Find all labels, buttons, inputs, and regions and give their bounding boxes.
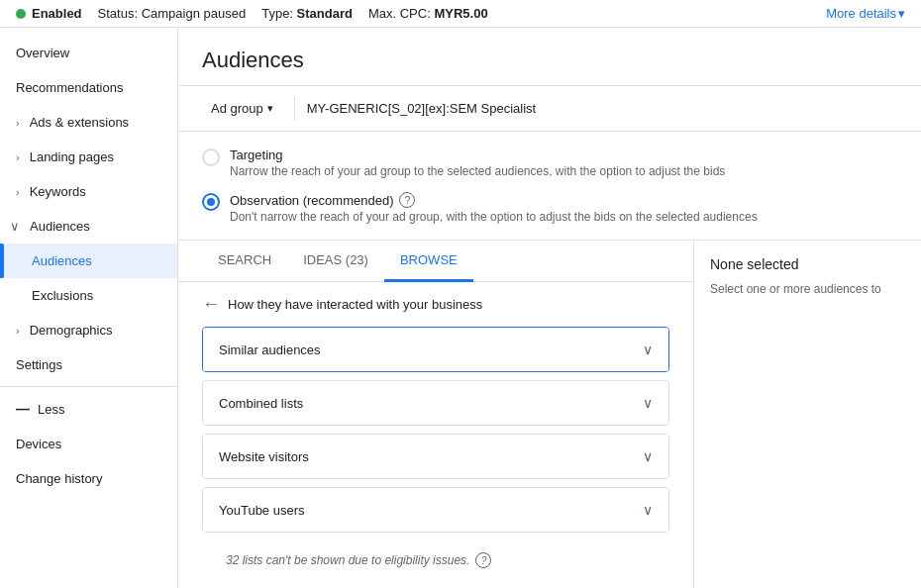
sidebar-item-less[interactable]: — Less [0, 391, 177, 427]
content-area: Audiences Ad group ▾ MY-GENERIC[S_02][ex… [178, 28, 921, 588]
campaign-type: Type: Standard [261, 6, 353, 21]
page-title: Audiences [202, 48, 897, 73]
help-icon[interactable]: ? [399, 192, 415, 208]
chevron-icon: ∨ [643, 502, 653, 518]
observation-radio[interactable] [202, 193, 220, 211]
accordion-website-label: Website visitors [219, 449, 309, 464]
accordion-youtube-label: YouTube users [219, 503, 305, 518]
sidebar-item-demographics[interactable]: › Demographics [0, 313, 177, 347]
accordion-similar: Similar audiences ∨ [202, 327, 669, 372]
accordion-website-header[interactable]: Website visitors ∨ [203, 435, 668, 478]
browse-right: None selected Select one or more audienc… [694, 241, 921, 588]
accordion-combined-label: Combined lists [219, 396, 303, 411]
adgroup-selector[interactable]: Ad group ▾ [202, 96, 282, 121]
sidebar-item-ads-extensions[interactable]: › Ads & extensions [0, 105, 177, 140]
targeting-label: Targeting [230, 147, 725, 162]
accordion-youtube-header[interactable]: YouTube users ∨ [203, 488, 668, 532]
status-dot-icon [16, 9, 26, 19]
campaign-status: Status: Campaign paused [98, 6, 247, 21]
chevron-icon: ∨ [643, 395, 653, 411]
accordion-similar-label: Similar audiences [219, 343, 321, 357]
adgroup-divider [294, 97, 295, 121]
targeting-options: Targeting Narrow the reach of your ad gr… [178, 132, 921, 241]
main-layout: Overview Recommendations › Ads & extensi… [0, 28, 921, 588]
active-indicator [0, 244, 4, 278]
none-selected-title: None selected [710, 256, 905, 272]
targeting-desc: Narrow the reach of your ad group to the… [230, 164, 725, 178]
sidebar-item-overview[interactable]: Overview [0, 36, 177, 70]
expand-icon: › [16, 186, 20, 198]
max-cpc: Max. CPC: MYR5.00 [368, 6, 488, 21]
chevron-icon: ∨ [643, 448, 653, 464]
tab-browse[interactable]: BROWSE [384, 241, 473, 282]
sidebar-divider [0, 386, 177, 387]
observation-label: Observation (recommended) ? [230, 192, 758, 208]
sidebar-item-change-history[interactable]: Change history [0, 461, 177, 496]
tab-search[interactable]: SEARCH [202, 241, 287, 282]
tabs: SEARCH IDEAS (23) BROWSE [178, 241, 693, 282]
enabled-status: Enabled [16, 6, 82, 21]
observation-text: Observation (recommended) ? Don't narrow… [230, 192, 758, 224]
sidebar-item-recommendations[interactable]: Recommendations [0, 70, 177, 105]
chevron-down-icon: ▾ [267, 102, 273, 115]
browse-left: SEARCH IDEAS (23) BROWSE ← How they have… [178, 241, 694, 588]
targeting-option: Targeting Narrow the reach of your ad gr… [202, 147, 897, 178]
observation-desc: Don't narrow the reach of your ad group,… [230, 210, 758, 224]
accordion-website: Website visitors ∨ [202, 434, 669, 479]
sidebar-item-exclusions[interactable]: Exclusions [0, 278, 177, 313]
status-bar: Enabled Status: Campaign paused Type: St… [0, 0, 921, 28]
expand-icon: ∨ [10, 219, 20, 234]
none-selected-desc: Select one or more audiences to [710, 280, 905, 298]
chevron-down-icon: ▾ [898, 6, 905, 21]
sidebar-item-devices[interactable]: Devices [0, 427, 177, 461]
accordion-similar-header[interactable]: Similar audiences ∨ [203, 328, 668, 371]
back-nav: ← How they have interacted with your bus… [202, 294, 669, 315]
sidebar-item-landing-pages[interactable]: › Landing pages [0, 140, 177, 174]
back-nav-text: How they have interacted with your busin… [228, 297, 482, 312]
expand-icon: › [16, 151, 20, 163]
observation-option: Observation (recommended) ? Don't narrow… [202, 192, 897, 224]
browse-panel: SEARCH IDEAS (23) BROWSE ← How they have… [178, 241, 921, 588]
minus-icon: — [16, 401, 30, 417]
adgroup-name: MY-GENERIC[S_02][ex]:SEM Specialist [307, 101, 536, 116]
help-icon-note[interactable]: ? [475, 552, 491, 568]
sidebar-item-audiences-parent[interactable]: ∨ Audiences [0, 209, 177, 244]
tab-ideas[interactable]: IDEAS (23) [287, 241, 384, 282]
page-header: Audiences [178, 28, 921, 86]
accordion-combined: Combined lists ∨ [202, 380, 669, 426]
more-details-link[interactable]: More details ▾ [826, 6, 905, 21]
accordion-combined-header[interactable]: Combined lists ∨ [203, 381, 668, 425]
sidebar-item-audiences[interactable]: Audiences [0, 244, 177, 278]
bottom-note: 32 lists can't be shown due to eligibili… [202, 540, 669, 580]
back-arrow-icon[interactable]: ← [202, 294, 220, 315]
browse-content: ← How they have interacted with your bus… [178, 282, 693, 588]
sidebar: Overview Recommendations › Ads & extensi… [0, 28, 178, 588]
sidebar-item-keywords[interactable]: › Keywords [0, 174, 177, 209]
targeting-radio[interactable] [202, 148, 220, 166]
accordion-youtube: YouTube users ∨ [202, 487, 669, 533]
chevron-icon: ∨ [643, 342, 653, 357]
adgroup-bar: Ad group ▾ MY-GENERIC[S_02][ex]:SEM Spec… [178, 86, 921, 132]
targeting-text: Targeting Narrow the reach of your ad gr… [230, 147, 725, 178]
bottom-note-text: 32 lists can't be shown due to eligibili… [226, 553, 469, 567]
expand-icon: › [16, 325, 20, 337]
sidebar-item-settings[interactable]: Settings [0, 347, 177, 382]
expand-icon: › [16, 117, 20, 129]
